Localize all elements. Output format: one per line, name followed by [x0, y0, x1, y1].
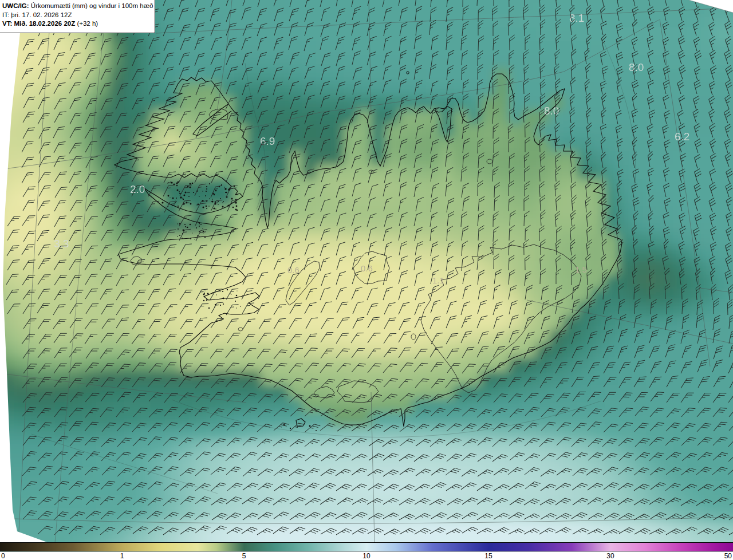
svg-text:3.3: 3.3: [54, 238, 69, 250]
svg-text:0.6: 0.6: [361, 263, 373, 273]
svg-text:1: 1: [120, 552, 124, 560]
svg-text:10: 10: [362, 552, 371, 560]
svg-text:8.0: 8.0: [629, 61, 644, 73]
svg-text:UWC/IG: Úrkomumætti (mm) og vi: UWC/IG: Úrkomumætti (mm) og vindur i 100…: [2, 2, 153, 9]
svg-text:15: 15: [484, 552, 492, 560]
svg-text:30: 30: [606, 552, 614, 560]
svg-text:6.2: 6.2: [675, 131, 689, 143]
svg-text:50: 50: [724, 552, 732, 560]
svg-text:5: 5: [242, 552, 246, 560]
svg-text:0: 0: [1, 552, 5, 560]
svg-text:1.1: 1.1: [432, 275, 444, 285]
svg-text:IT: þri. 17. 02. 2026 12Z: IT: þri. 17. 02. 2026 12Z: [2, 11, 72, 18]
svg-text:VT: Mið. 18.02.2026 20Z (+32 h: VT: Mið. 18.02.2026 20Z (+32 h): [2, 20, 98, 27]
